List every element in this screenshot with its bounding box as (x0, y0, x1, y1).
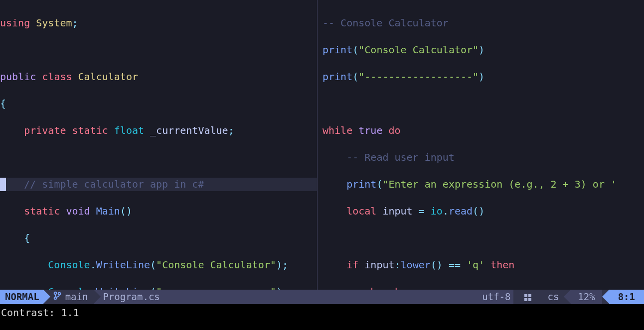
ident-system: System (36, 17, 72, 29)
field-currentvalue: _currentValue (150, 124, 228, 136)
kw-class: class (42, 71, 72, 83)
right-pane[interactable]: -- Console Calculator print("Console Cal… (318, 0, 644, 290)
svg-point-1 (54, 297, 56, 300)
comment: // simple calculator app in c# (24, 178, 204, 190)
filetype-segment: cs (542, 290, 564, 304)
separator-icon (43, 290, 50, 304)
filename-segment: Program.cs (94, 290, 165, 304)
percent-segment: 12% (571, 290, 602, 304)
svg-point-0 (54, 292, 56, 295)
separator-icon (94, 290, 101, 304)
kw-public: public (0, 71, 36, 83)
encoding-segment: utf-8 (476, 290, 513, 304)
fn-main: Main (96, 205, 120, 217)
statusline-spacer (166, 290, 476, 304)
class-name: Calculator (78, 71, 138, 83)
git-branch-name: main (65, 290, 88, 304)
mode-indicator: NORMAL (0, 290, 43, 304)
separator-icon (564, 290, 571, 304)
cursor (0, 178, 6, 191)
kw-using: using (0, 17, 30, 29)
separator-icon (513, 290, 520, 304)
svg-point-2 (58, 293, 60, 295)
comment: -- Console Calculator (322, 17, 449, 29)
git-branch-icon (53, 290, 61, 304)
os-segment (520, 290, 535, 304)
cursor-line: // simple calculator app in c# (0, 178, 317, 191)
git-branch-segment: main (50, 290, 94, 304)
command-line[interactable]: Contrast: 1.1 (0, 304, 644, 330)
editor-split: using System; public class Calculator { … (0, 0, 644, 290)
command-text: Contrast: 1.1 (1, 307, 79, 319)
status-line: NORMAL main Program.cs utf-8 cs 12% 8:1 (0, 290, 644, 304)
separator-icon (602, 290, 609, 304)
position-segment: 8:1 (609, 290, 644, 304)
windows-icon (524, 294, 531, 301)
separator-icon (535, 290, 542, 304)
left-pane[interactable]: using System; public class Calculator { … (0, 0, 317, 290)
